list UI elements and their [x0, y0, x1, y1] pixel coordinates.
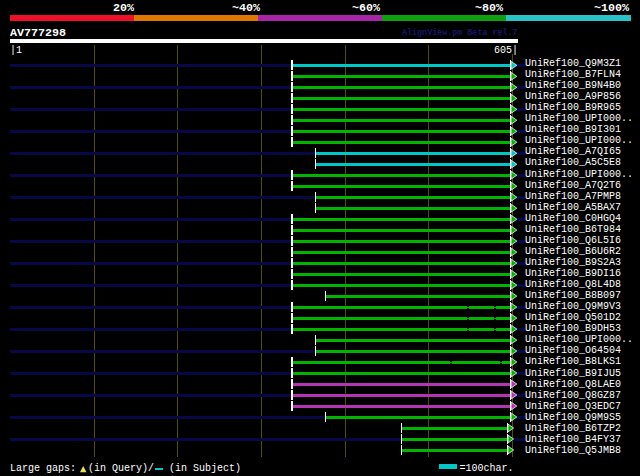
- svg-text:~100%: ~100%: [594, 1, 630, 15]
- svg-text:UniRef100_O64504: UniRef100_O64504: [525, 345, 621, 356]
- svg-text:UniRef100_B8B097: UniRef100_B8B097: [525, 290, 621, 301]
- svg-text:UniRef100_Q6L5I6: UniRef100_Q6L5I6: [525, 235, 621, 246]
- svg-text:UniRef100_UPI000..: UniRef100_UPI000..: [525, 135, 633, 146]
- svg-text:|1: |1: [10, 45, 22, 56]
- svg-text:UniRef100_B9DH53: UniRef100_B9DH53: [525, 323, 621, 334]
- svg-text:UniRef100_B9I301: UniRef100_B9I301: [525, 124, 621, 135]
- svg-text:~80%: ~80%: [475, 1, 504, 15]
- svg-text:UniRef100_A7PMP8: UniRef100_A7PMP8: [525, 191, 621, 202]
- svg-text:UniRef100_Q3EDC7: UniRef100_Q3EDC7: [525, 401, 621, 412]
- svg-text:UniRef100_UPI000..: UniRef100_UPI000..: [525, 169, 633, 180]
- svg-text:~40%: ~40%: [232, 1, 261, 15]
- svg-text:UniRef100_Q501D2: UniRef100_Q501D2: [525, 312, 621, 323]
- svg-text:UniRef100_UPI000..: UniRef100_UPI000..: [525, 334, 633, 345]
- svg-text:UniRef100_B9DI16: UniRef100_B9DI16: [525, 268, 621, 279]
- svg-text:UniRef100_UPI000..: UniRef100_UPI000..: [525, 113, 633, 124]
- svg-text:UniRef100_Q9M9V3: UniRef100_Q9M9V3: [525, 301, 621, 312]
- svg-text:UniRef100_Q9M9S5: UniRef100_Q9M9S5: [525, 412, 621, 423]
- svg-text:~60%: ~60%: [352, 1, 381, 15]
- svg-text:UniRef100_A5C5E8: UniRef100_A5C5E8: [525, 157, 621, 168]
- svg-text:UniRef100_B6TZP2: UniRef100_B6TZP2: [525, 423, 621, 434]
- svg-text:UniRef100_B4FY37: UniRef100_B4FY37: [525, 434, 621, 445]
- svg-text:(in Query)/: (in Query)/: [88, 463, 154, 474]
- svg-text:UniRef100_A9P856: UniRef100_A9P856: [525, 91, 621, 102]
- svg-text:605|: 605|: [494, 45, 518, 56]
- svg-text:20%: 20%: [113, 1, 135, 15]
- svg-text:UniRef100_B8LKS1: UniRef100_B8LKS1: [525, 356, 621, 367]
- svg-text:UniRef100_A7Q2T6: UniRef100_A7Q2T6: [525, 180, 621, 191]
- svg-text:UniRef100_B9S2A3: UniRef100_B9S2A3: [525, 257, 621, 268]
- svg-text:UniRef100_B9N4B0: UniRef100_B9N4B0: [525, 80, 621, 91]
- svg-text:UniRef100_Q8L4D8: UniRef100_Q8L4D8: [525, 279, 621, 290]
- svg-text:UniRef100_Q9M3Z1: UniRef100_Q9M3Z1: [525, 58, 621, 69]
- svg-text:UniRef100_B6T984: UniRef100_B6T984: [525, 224, 621, 235]
- svg-text:=100char.: =100char.: [460, 463, 514, 474]
- svg-text:AlignView.pm Beta rel.7: AlignView.pm Beta rel.7: [402, 28, 518, 38]
- svg-text:Large gaps:: Large gaps:: [10, 463, 76, 474]
- svg-text:UniRef100_C0HGQ4: UniRef100_C0HGQ4: [525, 213, 621, 224]
- svg-text:(in Subject): (in Subject): [169, 463, 241, 474]
- svg-text:UniRef100_B7FLN4: UniRef100_B7FLN4: [525, 69, 621, 80]
- svg-text:UniRef100_B9IJU5: UniRef100_B9IJU5: [525, 368, 621, 379]
- svg-text:UniRef100_B9R965: UniRef100_B9R965: [525, 102, 621, 113]
- svg-text:AV777298: AV777298: [10, 26, 66, 40]
- svg-text:UniRef100_A7QI65: UniRef100_A7QI65: [525, 146, 621, 157]
- svg-text:UniRef100_Q8LAE0: UniRef100_Q8LAE0: [525, 379, 621, 390]
- svg-text:UniRef100_Q8GZ87: UniRef100_Q8GZ87: [525, 390, 621, 401]
- svg-text:UniRef100_B6U6R2: UniRef100_B6U6R2: [525, 246, 621, 257]
- svg-text:UniRef100_Q5JMB8: UniRef100_Q5JMB8: [525, 445, 621, 456]
- svg-text:UniRef100_A5BAX7: UniRef100_A5BAX7: [525, 202, 621, 213]
